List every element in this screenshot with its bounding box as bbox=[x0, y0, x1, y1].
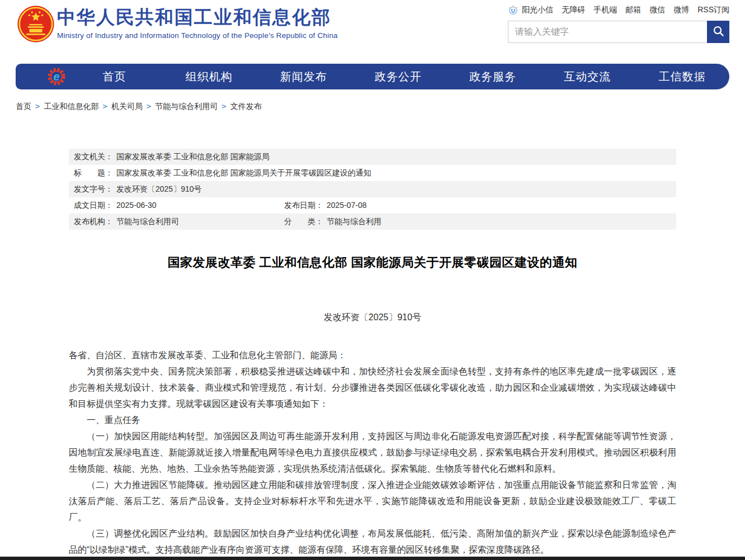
search-button[interactable] bbox=[707, 21, 729, 43]
breadcrumb: 首页>工业和信息化部>机关司局>节能与综合利用司>文件发布 bbox=[16, 102, 729, 112]
meta-value: 国家发展改革委 工业和信息化部 国家能源局关于开展零碳园区建设的通知 bbox=[116, 168, 371, 177]
article-title: 国家发展改革委 工业和信息化部 国家能源局关于开展零碳园区建设的通知 bbox=[69, 254, 676, 271]
meta-label: 发布机构： bbox=[74, 217, 113, 226]
search-icon bbox=[712, 25, 725, 39]
meta-value: 节能与综合利用 bbox=[327, 217, 381, 226]
meta-row-publisher-category: 发布机构：节能与综合利用司 分 类：节能与综合利用 bbox=[69, 213, 676, 230]
breadcrumb-home[interactable]: 首页 bbox=[16, 102, 31, 111]
link-mobile[interactable]: 手机端 bbox=[593, 5, 617, 15]
site-subtitle: Ministry of Industry and Information Tec… bbox=[57, 31, 338, 40]
breadcrumb-energy-dept[interactable]: 节能与综合利用司 bbox=[155, 102, 218, 111]
robot-assistant-icon[interactable] bbox=[508, 4, 518, 15]
link-accessibility[interactable]: 无障碍 bbox=[562, 5, 585, 15]
breadcrumb-separator: > bbox=[35, 102, 40, 111]
search-input[interactable] bbox=[508, 21, 707, 43]
meta-label: 分 类： bbox=[284, 217, 323, 226]
page: { "header": { "title": "中华人民共和国工业和信息化部",… bbox=[0, 0, 745, 560]
main-nav: e 首页 组织机构 新闻发布 政务公开 政务服务 互动交流 工信数据 bbox=[16, 64, 729, 89]
meta-value: 国家发展改革委 工业和信息化部 国家能源局 bbox=[116, 152, 270, 161]
meta-row-doc-number: 发文字号：发改环资〔2025〕910号 bbox=[69, 181, 676, 197]
meta-label: 成文日期： bbox=[74, 201, 113, 210]
nav-item-interaction[interactable]: 互动交流 bbox=[540, 69, 635, 84]
breadcrumb-separator: > bbox=[221, 102, 226, 111]
document-meta-table: 发文机关：国家发展改革委 工业和信息化部 国家能源局 标 题：国家发展改革委 工… bbox=[69, 149, 676, 230]
paragraph-salutation: 各省、自治区、直辖市发展改革委、工业和信息化主管部门、能源局： bbox=[69, 347, 676, 363]
search-bar bbox=[508, 21, 729, 43]
link-mailbox[interactable]: 邮箱 bbox=[625, 5, 641, 15]
article-body: 各省、自治区、直辖市发展改革委、工业和信息化主管部门、能源局： 为贯彻落实党中央… bbox=[69, 347, 676, 560]
nav-items: 首页 组织机构 新闻发布 政务公开 政务服务 互动交流 工信数据 bbox=[67, 69, 729, 84]
meta-value: 2025-06-30 bbox=[116, 201, 157, 210]
footer-top-edge bbox=[0, 557, 745, 560]
nav-item-news[interactable]: 新闻发布 bbox=[256, 69, 351, 84]
site-title: 中华人民共和国工业和信息化部 bbox=[57, 7, 338, 27]
national-emblem-icon bbox=[17, 4, 55, 44]
svg-text:e: e bbox=[53, 70, 59, 83]
meta-label: 发布日期： bbox=[284, 201, 323, 210]
nav-item-gov-services[interactable]: 政务服务 bbox=[446, 69, 540, 84]
link-yangguang-xiaoxin[interactable]: 阳光小信 bbox=[522, 5, 553, 15]
paragraph-intro: 为贯彻落实党中央、国务院决策部署，积极稳妥推进碳达峰碳中和，加快经济社会发展全面… bbox=[69, 363, 676, 412]
meta-label: 发文机关： bbox=[74, 152, 113, 161]
meta-label: 发文字号： bbox=[74, 184, 113, 193]
nav-item-gov-disclosure[interactable]: 政务公开 bbox=[351, 69, 445, 84]
link-weibo[interactable]: 微博 bbox=[673, 5, 689, 15]
paragraph-section-1: 一、重点任务 bbox=[69, 412, 676, 428]
paragraph-task-2: （二）大力推进园区节能降碳。推动园区建立用能和碳排放管理制度，深入推进企业能效碳… bbox=[69, 477, 676, 525]
meta-row-dates: 成文日期：2025-06-30 发布日期：2025-07-08 bbox=[69, 197, 676, 213]
miit-gear-e-icon: e bbox=[46, 66, 67, 87]
document-content: 发文机关：国家发展改革委 工业和信息化部 国家能源局 标 题：国家发展改革委 工… bbox=[69, 149, 676, 560]
meta-value: 节能与综合利用司 bbox=[116, 217, 179, 226]
utility-links: 阳光小信 无障碍 手机端 邮箱 微信 微博 RSS订阅 bbox=[508, 4, 729, 15]
link-rss[interactable]: RSS订阅 bbox=[697, 5, 729, 15]
paragraph-task-1: （一）加快园区用能结构转型。加强园区及周边可再生能源开发利用，支持园区与周边非化… bbox=[69, 428, 676, 477]
article-doc-number: 发改环资〔2025〕910号 bbox=[69, 312, 676, 324]
nav-item-miit-data[interactable]: 工信数据 bbox=[635, 69, 729, 84]
paragraph-task-3: （三）调整优化园区产业结构。鼓励园区加快自身产业结构优化调整，布局发展低能耗、低… bbox=[69, 525, 676, 558]
breadcrumb-separator: > bbox=[147, 102, 151, 111]
nav-item-home[interactable]: 首页 bbox=[67, 69, 162, 84]
site-header: 中华人民共和国工业和信息化部 Ministry of Industry and … bbox=[0, 0, 745, 56]
meta-value: 发改环资〔2025〕910号 bbox=[116, 184, 202, 193]
meta-row-issuing-agency: 发文机关：国家发展改革委 工业和信息化部 国家能源局 bbox=[69, 149, 676, 165]
breadcrumb-documents[interactable]: 文件发布 bbox=[230, 102, 262, 111]
link-wechat[interactable]: 微信 bbox=[649, 5, 665, 15]
breadcrumb-separator: > bbox=[102, 102, 107, 111]
meta-label: 标 题： bbox=[74, 168, 113, 177]
meta-row-title: 标 题：国家发展改革委 工业和信息化部 国家能源局关于开展零碳园区建设的通知 bbox=[69, 165, 676, 181]
breadcrumb-departments[interactable]: 机关司局 bbox=[111, 102, 143, 111]
site-brand[interactable]: 中华人民共和国工业和信息化部 Ministry of Industry and … bbox=[57, 7, 338, 40]
nav-item-organization[interactable]: 组织机构 bbox=[162, 69, 256, 84]
breadcrumb-miit[interactable]: 工业和信息化部 bbox=[44, 102, 98, 111]
meta-value: 2025-07-08 bbox=[327, 201, 367, 210]
